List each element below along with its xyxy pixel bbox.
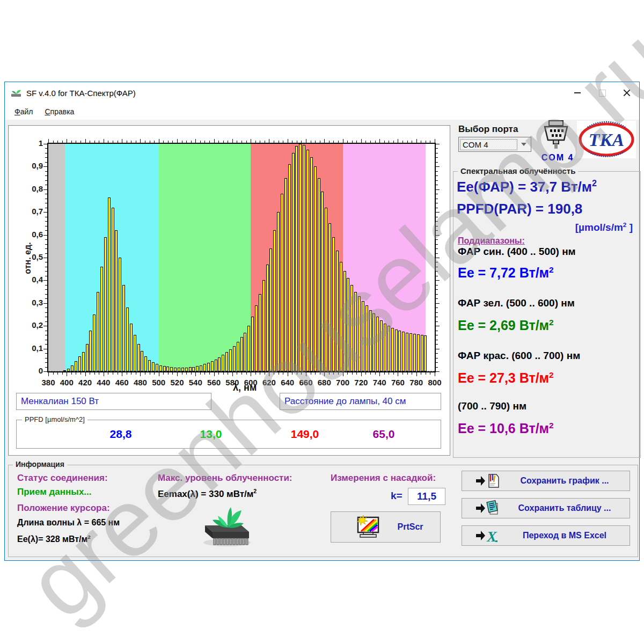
spectrum-bar bbox=[181, 368, 184, 371]
spectrum-bar bbox=[406, 333, 408, 371]
spectrum-bar bbox=[122, 285, 125, 371]
spectrum-bar bbox=[144, 356, 147, 371]
app-icon bbox=[10, 87, 22, 99]
x-tick bbox=[329, 141, 330, 143]
x-tick bbox=[159, 139, 159, 143]
information-group: Информация Статус соединения: Прием данн… bbox=[8, 465, 638, 557]
x-tick bbox=[48, 139, 49, 143]
x-tick bbox=[430, 372, 430, 375]
spectrum-bar bbox=[75, 361, 77, 371]
lamp-distance-field[interactable]: Расстояние до лампы, 40 см bbox=[280, 393, 441, 410]
x-tick bbox=[338, 372, 339, 375]
spectrum-bar bbox=[148, 360, 151, 371]
title-bar: SF v.4.0 for ТКА-Спектр(ФАР) bbox=[5, 82, 639, 104]
x-tick bbox=[80, 372, 81, 375]
x-tick bbox=[255, 141, 256, 143]
spectrum-bar bbox=[185, 368, 188, 371]
y-tick bbox=[436, 221, 438, 222]
y-tick bbox=[436, 144, 440, 144]
y-tick bbox=[436, 285, 438, 286]
subrange-red-label: ФАР крас. (600 .. 700) нм bbox=[458, 350, 580, 362]
spectrum-bar bbox=[262, 280, 265, 371]
excel-label: Переход в MS Excel bbox=[500, 531, 630, 540]
menu-file[interactable]: Файл bbox=[9, 105, 39, 119]
y-tick bbox=[45, 203, 47, 203]
excel-button[interactable]: X Переход в MS Excel bbox=[462, 525, 630, 546]
spectrum-bar bbox=[163, 366, 166, 371]
y-tick bbox=[45, 175, 47, 176]
x-tick bbox=[361, 139, 362, 143]
x-tick bbox=[57, 372, 58, 375]
x-tick bbox=[384, 141, 385, 143]
x-tick bbox=[223, 141, 224, 143]
spectrum-bar bbox=[376, 317, 379, 371]
x-tick bbox=[191, 141, 192, 143]
prtscr-button[interactable]: PrtScr bbox=[331, 511, 441, 543]
minimize-button[interactable] bbox=[565, 82, 590, 104]
k-factor-input[interactable] bbox=[408, 488, 445, 505]
y-tick bbox=[45, 362, 47, 363]
spectrum-bar bbox=[402, 332, 405, 371]
save-table-button[interactable]: Сохранить таблицу ... bbox=[462, 498, 630, 518]
spectrum-bar bbox=[233, 346, 236, 371]
menu-help[interactable]: Справка bbox=[39, 105, 80, 119]
ppfd-values-box: PPFD [µmol/s/m^2] 28,8 13,0 149,0 65,0 bbox=[16, 420, 441, 449]
band-green bbox=[159, 144, 251, 371]
y-tick bbox=[45, 321, 47, 322]
spectrum-bar bbox=[237, 342, 239, 371]
y-tick-label: 0,8 bbox=[14, 184, 43, 193]
x-tick bbox=[145, 141, 145, 143]
save-graph-button[interactable]: Сохранить график ... bbox=[462, 471, 630, 491]
x-tick bbox=[389, 141, 389, 143]
y-tick bbox=[45, 340, 47, 340]
spectrum-bar bbox=[108, 197, 111, 371]
spectrum-bar bbox=[67, 369, 70, 371]
y-tick bbox=[436, 258, 440, 258]
y-tick bbox=[43, 212, 47, 213]
y-tick bbox=[436, 208, 438, 208]
x-tick bbox=[375, 372, 376, 375]
y-tick bbox=[436, 153, 438, 153]
spectrum-bar bbox=[365, 305, 368, 371]
spectrum-bar bbox=[384, 324, 386, 371]
y-tick bbox=[436, 244, 438, 245]
maximize-button[interactable] bbox=[590, 82, 614, 104]
x-tick bbox=[228, 141, 228, 143]
y-tick bbox=[436, 189, 440, 190]
save-graph-icon bbox=[476, 473, 500, 489]
information-group-label: Информация bbox=[13, 460, 67, 469]
x-tick bbox=[218, 141, 219, 143]
y-tick bbox=[43, 371, 47, 372]
x-tick bbox=[251, 139, 251, 143]
x-tick bbox=[48, 372, 49, 376]
x-tick bbox=[218, 372, 219, 375]
max-irradiance-label: Макс. уровень облученности: bbox=[158, 473, 292, 484]
spectrum-bar bbox=[321, 192, 324, 371]
app-window: SF v.4.0 for ТКА-Спектр(ФАР) Файл Справк… bbox=[4, 82, 640, 561]
x-tick bbox=[241, 372, 242, 375]
y-tick bbox=[45, 331, 47, 331]
x-tick bbox=[426, 372, 426, 375]
y-tick bbox=[436, 331, 438, 331]
x-tick bbox=[127, 141, 127, 143]
x-tick bbox=[122, 372, 122, 376]
y-tick bbox=[436, 148, 438, 149]
x-tick bbox=[140, 372, 141, 376]
page-canvas: SF v.4.0 for ТКА-Спектр(ФАР) Файл Справк… bbox=[0, 0, 644, 644]
y-tick bbox=[45, 294, 47, 295]
com-port-combobox[interactable]: COM 4 bbox=[458, 137, 531, 152]
close-button[interactable] bbox=[614, 82, 639, 104]
x-tick bbox=[251, 372, 251, 376]
tka-logo-text: ТКА bbox=[589, 130, 625, 150]
tka-logo: ТКА bbox=[577, 121, 636, 158]
x-tick bbox=[435, 139, 435, 143]
x-tick bbox=[62, 372, 63, 375]
lamp-name-field[interactable]: Менкалиан 150 Вт bbox=[16, 393, 211, 410]
y-tick bbox=[45, 335, 47, 335]
spectrum-bar bbox=[417, 334, 420, 371]
x-tick bbox=[398, 372, 398, 376]
spectrum-bar bbox=[362, 301, 364, 371]
y-tick bbox=[45, 353, 47, 354]
minimize-icon bbox=[574, 92, 581, 93]
x-tick bbox=[315, 372, 316, 375]
